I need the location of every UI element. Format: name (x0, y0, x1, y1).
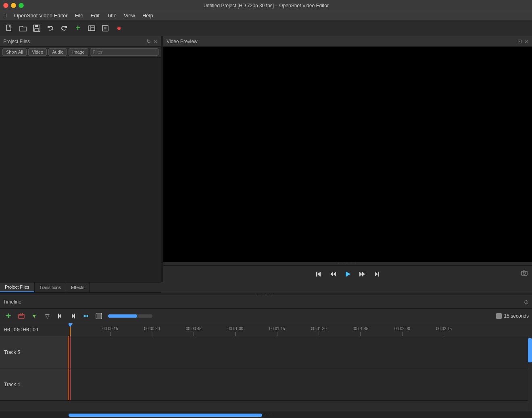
jump-end-tl-button[interactable] (68, 311, 78, 321)
svg-marker-11 (330, 272, 333, 277)
maximize-button[interactable] (19, 3, 24, 8)
tab-effects[interactable]: Effects (66, 283, 90, 292)
main-area: Project Files ↻ ✕ Show All Video Audio I… (0, 36, 532, 418)
project-files-panel-header: Project Files ↻ ✕ (0, 36, 161, 47)
fullscreen-button[interactable] (99, 23, 111, 34)
filter-input[interactable] (90, 48, 159, 56)
tab-transitions[interactable]: Transitions (35, 283, 66, 292)
save-project-button[interactable] (31, 23, 43, 34)
undo-button[interactable] (44, 23, 56, 34)
timeline-section: Timeline ⊙ + ▾ ▽ (0, 295, 532, 418)
project-files-content (0, 58, 161, 282)
svg-rect-2 (35, 25, 38, 27)
new-project-button[interactable] (3, 23, 15, 34)
jump-to-end-button[interactable] (371, 268, 382, 280)
playhead-triangle (69, 323, 73, 327)
svg-marker-14 (359, 272, 362, 277)
timeline-scrollbar-thumb[interactable] (69, 414, 262, 417)
track-4-content[interactable] (69, 368, 532, 400)
image-tab[interactable]: Image (69, 48, 88, 56)
seconds-label: 15 seconds (504, 313, 529, 319)
panel-close-icon[interactable]: ✕ (153, 38, 158, 44)
timeline-ruler: 00:00:00:01 00:00:15 00:00:30 00:00:45 0… (0, 323, 532, 336)
left-panel: Project Files ↻ ✕ Show All Video Audio I… (0, 36, 161, 282)
project-files-title: Project Files (3, 39, 30, 44)
track-5-content[interactable] (69, 336, 532, 368)
scrollbar-dots: · · · · · (257, 413, 275, 417)
svg-marker-9 (317, 272, 321, 277)
video-preview-title: Video Preview (167, 39, 198, 44)
tracks-area: Track 5 Track 4 (0, 336, 532, 412)
snap-button[interactable] (81, 311, 91, 321)
svg-rect-28 (74, 314, 75, 318)
panel-header-icons: ↻ ✕ (146, 38, 158, 44)
close-button[interactable] (3, 3, 8, 8)
svg-point-19 (523, 272, 526, 275)
menu-edit[interactable]: Edit (87, 12, 102, 19)
playback-controls (163, 265, 532, 282)
video-tab[interactable]: Video (28, 48, 47, 56)
svg-rect-6 (91, 27, 94, 28)
preview-refresh-icon[interactable]: ⊡ (517, 38, 522, 44)
screenshot-icon[interactable] (521, 270, 528, 278)
menu-bar:  OpenShot Video Editor File Edit Title … (0, 11, 532, 20)
playhead[interactable] (70, 323, 71, 336)
video-preview-panel: Video Preview ⊡ ✕ · · · · · (163, 36, 532, 282)
minimize-button[interactable] (11, 3, 16, 8)
fast-forward-button[interactable] (357, 268, 368, 280)
timeline-zoom-bar[interactable] (108, 314, 152, 318)
video-preview-header: Video Preview ⊡ ✕ (163, 36, 532, 47)
svg-marker-27 (72, 314, 74, 318)
tab-project-files[interactable]: Project Files (0, 283, 35, 292)
svg-rect-17 (378, 272, 380, 277)
preview-mode-button[interactable] (86, 23, 98, 34)
open-project-button[interactable] (17, 23, 29, 34)
track-row-4: Track 4 (0, 368, 532, 401)
redo-button[interactable] (58, 23, 70, 34)
svg-marker-25 (59, 314, 61, 318)
video-preview-area (163, 47, 532, 262)
ruler-tick-lines (69, 323, 532, 336)
add-button[interactable]: + (72, 23, 84, 34)
play-button[interactable] (342, 268, 353, 280)
timeline-title: Timeline (3, 299, 21, 305)
tracks-scrollbar[interactable] (528, 336, 532, 412)
menu-title[interactable]: Title (104, 12, 120, 19)
remove-track-button[interactable] (16, 311, 27, 321)
menu-view[interactable]: View (121, 12, 138, 19)
time-display: 00:00:00:01 (0, 326, 69, 333)
menu-openshot[interactable]: OpenShot Video Editor (11, 12, 71, 19)
ruler-ticks: 00:00:15 00:00:30 00:00:45 00:01:00 00:0… (69, 323, 532, 336)
tracks-scrollbar-thumb[interactable] (528, 338, 532, 362)
timeline-toolbar: + ▾ ▽ 15 seconds (0, 309, 532, 323)
jump-start-tl-button[interactable] (55, 311, 65, 321)
preview-resize-handle: · · · · · (163, 262, 532, 265)
add-track-button[interactable]: + (3, 311, 14, 321)
svg-rect-33 (97, 314, 101, 318)
timeline-scrollbar[interactable]: · · · · · (0, 412, 532, 418)
menu-apple[interactable]:  (2, 12, 10, 19)
main-toolbar: + ● (0, 20, 532, 36)
preview-close-icon[interactable]: ✕ (524, 38, 529, 44)
timeline-header-icon[interactable]: ⊙ (524, 299, 529, 305)
track-5-playhead-line (70, 336, 71, 368)
timeline-dropdown-button[interactable]: ▾ (29, 311, 40, 321)
razor-button[interactable] (94, 311, 104, 321)
svg-rect-0 (6, 25, 11, 31)
record-button[interactable]: ● (113, 23, 125, 34)
show-all-tab[interactable]: Show All (2, 48, 27, 56)
svg-marker-16 (375, 272, 378, 277)
filter-tabs: Show All Video Audio Image (0, 47, 161, 58)
track-row-5: Track 5 (0, 336, 532, 368)
track-4-playhead-line (70, 368, 71, 400)
timeline-filter-button[interactable]: ▽ (42, 311, 52, 321)
audio-tab[interactable]: Audio (48, 48, 67, 56)
menu-help[interactable]: Help (139, 12, 156, 19)
rewind-button[interactable] (328, 268, 339, 280)
panels-row: Project Files ↻ ✕ Show All Video Audio I… (0, 36, 532, 282)
bottom-panel-tabs: Project Files Transitions Effects (0, 282, 161, 293)
jump-to-start-button[interactable] (313, 268, 324, 280)
menu-file[interactable]: File (72, 12, 87, 19)
svg-marker-12 (333, 272, 336, 277)
panel-refresh-icon[interactable]: ↻ (146, 38, 151, 44)
